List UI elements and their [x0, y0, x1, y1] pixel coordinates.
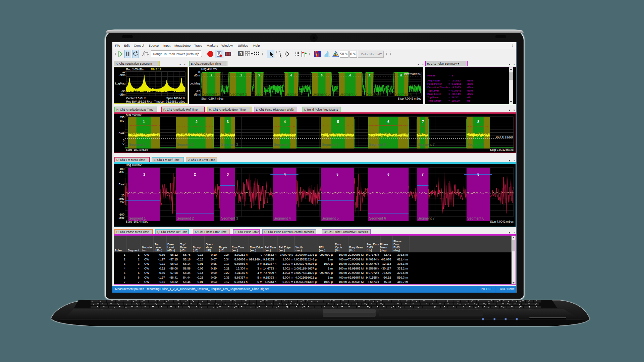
svg-text:Segment 6: Segment 6 [369, 142, 386, 146]
svg-text:300 m: 300 m [339, 253, 347, 256]
svg-text:Pulses: Pulses [427, 74, 435, 77]
svg-text:9.41555 k: 9.41555 k [366, 276, 379, 279]
svg-text:375.8 m: 375.8 m [397, 253, 408, 256]
svg-text:9.14265 n: 9.14265 n [263, 258, 276, 261]
svg-text:-12.114: -12.114 [381, 262, 391, 265]
svg-text:2 m: 2 m [257, 262, 262, 265]
svg-text:6: 6 [387, 120, 389, 124]
svg-text:Pulse: Pulse [115, 249, 122, 252]
svg-text:0.15: 0.15 [198, 253, 203, 256]
svg-text:/div: /div [120, 200, 125, 204]
svg-text:Segment 6: Segment 6 [369, 216, 386, 220]
svg-text:LogMag: LogMag [115, 82, 125, 85]
svg-text:2.001 m: 2.001 m [282, 262, 293, 265]
svg-text:200 m: 200 m [339, 267, 347, 270]
svg-text:3.00074211875 µ: 3.00074211875 µ [294, 271, 317, 275]
svg-text:1: 1 [138, 253, 140, 256]
svg-text:(dB): (dB) [206, 249, 211, 252]
svg-text:-65.076: -65.076 [381, 258, 391, 261]
svg-text:-69.99987 M: -69.99987 M [347, 276, 364, 279]
svg-text:Segment 6: Segment 6 [339, 92, 357, 96]
svg-text:Span 160 MHz: Span 160 MHz [166, 97, 185, 100]
svg-text:CW: CW [144, 276, 149, 279]
svg-text:-56.41: -56.41 [169, 276, 178, 279]
svg-text:58.14: 58.14 [183, 262, 191, 265]
svg-text:=: = [448, 93, 450, 96]
svg-text:Segment 2: Segment 2 [177, 142, 194, 146]
svg-text:LogMag: LogMag [190, 82, 200, 85]
svg-text:-73.569: -73.569 [381, 271, 391, 275]
svg-text:30.00002 M: 30.00002 M [348, 262, 364, 265]
svg-text:0.55: 0.55 [211, 262, 217, 265]
svg-text:tion: tion [142, 249, 147, 252]
svg-text:0.14: 0.14 [198, 271, 203, 275]
svg-text:Top Level: Top Level [427, 89, 439, 92]
svg-text:1000 µ: 1000 µ [324, 280, 333, 284]
svg-text:MHz: MHz [119, 197, 124, 200]
svg-text:8.40244 k: 8.40244 k [366, 258, 379, 261]
svg-text:Segment 5: Segment 5 [322, 216, 339, 220]
svg-text:dB: dB [467, 96, 471, 99]
svg-text:6.001 m: 6.001 m [282, 280, 293, 284]
svg-text:-58.03: -58.03 [169, 262, 178, 265]
svg-text:-57.15: -57.15 [169, 258, 178, 261]
svg-text:4.003 m: 4.003 m [282, 271, 293, 275]
svg-text:6.32641 n: 6.32641 n [234, 280, 248, 284]
svg-text:Segment 8: Segment 8 [467, 142, 484, 146]
svg-text:Segment 7: Segment 7 [418, 216, 435, 220]
svg-text:=: = [448, 89, 450, 92]
svg-text:CW: CW [144, 271, 149, 275]
svg-text:3: 3 [227, 120, 229, 124]
svg-text:Segment 7: Segment 7 [418, 142, 435, 146]
svg-text:Segment 8: Segment 8 [467, 216, 484, 220]
svg-text:8.66666 n: 8.66666 n [234, 258, 248, 261]
svg-text:3: 3 [138, 262, 140, 265]
svg-text:Segment 1: Segment 1 [203, 92, 220, 96]
svg-text:0.24: 0.24 [224, 253, 229, 256]
svg-text:CW: CW [144, 258, 149, 261]
svg-text:Peak.Power: Peak.Power [427, 82, 442, 85]
svg-text:3: 3 [227, 173, 229, 176]
svg-text:-0.23: -0.23 [197, 258, 203, 261]
svg-text:6: 6 [138, 276, 140, 279]
svg-text:Stop 7.0042 mSec: Stop 7.0042 mSec [490, 148, 514, 152]
svg-text:Start -189.4 nSec: Start -189.4 nSec [201, 97, 224, 100]
svg-text:8: 8 [477, 173, 479, 176]
svg-text:CW: CW [144, 262, 149, 265]
svg-text:0.66: 0.66 [159, 253, 165, 256]
svg-text:4.0025698622 µ: 4.0025698622 µ [295, 276, 317, 279]
svg-text:8: 8 [477, 120, 479, 124]
svg-text:9.15393 n: 9.15393 n [263, 276, 276, 279]
svg-text:(dB): (dB) [219, 249, 224, 252]
svg-text:2: 2 [138, 258, 140, 261]
svg-text:5.2343 n: 5.2343 n [265, 280, 276, 284]
svg-text:8.6874 k: 8.6874 k [368, 280, 379, 284]
svg-text:6 m: 6 m [257, 280, 262, 284]
svg-text:8.30252 n: 8.30252 n [234, 253, 248, 256]
svg-text:Segment 4: Segment 4 [274, 142, 291, 146]
svg-text:30.00038 M: 30.00038 M [348, 280, 364, 284]
svg-text:(sec): (sec) [319, 249, 325, 252]
svg-text:0.17: 0.17 [224, 262, 229, 265]
svg-text:(sec): (sec) [232, 249, 238, 252]
svg-text:0.34: 0.34 [224, 258, 229, 261]
svg-text:dBm: dBm [467, 93, 473, 96]
svg-text:8.97972 k: 8.97972 k [366, 271, 379, 275]
svg-text:400 m: 400 m [339, 276, 347, 279]
svg-text:0.66: 0.66 [159, 271, 165, 275]
svg-text:4: 4 [124, 267, 125, 270]
svg-text:2: 2 [240, 73, 242, 77]
svg-text:6.85086 n: 6.85086 n [234, 262, 248, 265]
svg-text:0.06: 0.06 [198, 267, 203, 270]
svg-text:9.07175 k: 9.07175 k [366, 253, 379, 256]
svg-text:6: 6 [124, 276, 125, 279]
svg-text:58.78: 58.78 [183, 253, 191, 256]
svg-text:Segment 3: Segment 3 [255, 92, 272, 96]
svg-text:Rng 2.05 dBm: Rng 2.05 dBm [126, 68, 144, 71]
svg-text:2: 2 [194, 173, 196, 176]
svg-text:R: R [239, 52, 243, 56]
svg-text:7.48652 n: 7.48652 n [263, 253, 276, 256]
svg-text:-9.7985: -9.7985 [451, 86, 461, 89]
svg-text:8.06476 k: 8.06476 k [366, 262, 379, 265]
svg-text:=: = [448, 82, 450, 85]
